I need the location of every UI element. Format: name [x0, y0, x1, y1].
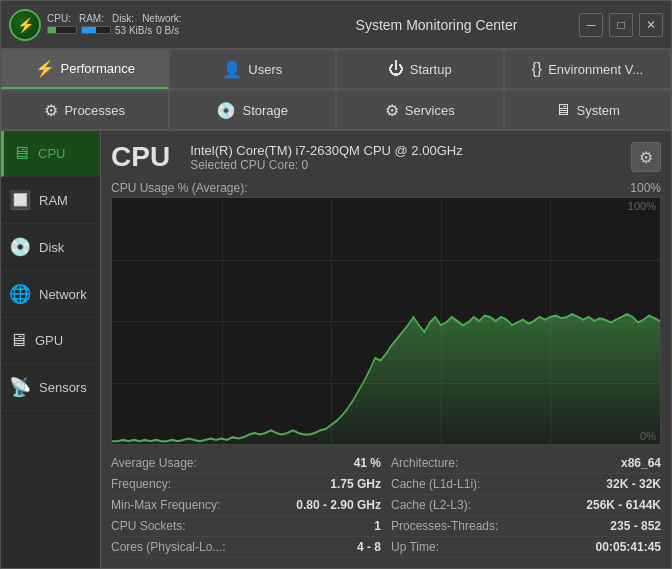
users-icon: 👤 — [222, 60, 242, 79]
stat-cores: Cores (Physical-Lo...: 4 - 8 — [111, 537, 381, 558]
arch-value: x86_64 — [621, 456, 661, 470]
cpu-chart: 100% 0% — [111, 197, 661, 445]
environment-label: Environment V... — [548, 62, 643, 77]
sidebar-item-gpu[interactable]: 🖥 GPU — [1, 318, 100, 364]
stats-grid: Average Usage: 41 % Frequency: 1.75 GHz … — [111, 453, 661, 558]
mini-bars: 53 KiB/s 0 B/s — [47, 26, 182, 36]
stat-sockets: CPU Sockets: 1 — [111, 516, 381, 537]
titlebar: ⚡ CPU: RAM: Disk: Network: 53 KiB/s — [1, 1, 671, 49]
processes-label: Processes — [64, 103, 125, 118]
close-button[interactable]: ✕ — [639, 13, 663, 37]
gpu-sidebar-label: GPU — [35, 333, 63, 348]
bottom-nav: ⚙ Processes 💿 Storage ⚙ Services 🖥 Syste… — [1, 90, 671, 131]
nav-startup[interactable]: ⏻ Startup — [336, 49, 504, 89]
mini-stats-labels: CPU: RAM: Disk: Network: — [47, 13, 182, 24]
ram-bar — [81, 26, 111, 34]
gpu-sidebar-icon: 🖥 — [9, 330, 27, 351]
network-label: Network: — [142, 13, 181, 24]
sensors-sidebar-icon: 📡 — [9, 376, 31, 398]
ram-label: RAM: — [79, 13, 104, 24]
processes-icon: ⚙ — [44, 101, 58, 120]
disk-label: Disk: — [112, 13, 134, 24]
chart-100-label: 100% — [628, 200, 656, 212]
network-sidebar-icon: 🌐 — [9, 283, 31, 305]
cpu-core: Selected CPU Core: 0 — [190, 158, 631, 172]
nav-storage[interactable]: 💿 Storage — [169, 90, 337, 130]
sidebar-item-sensors[interactable]: 📡 Sensors — [1, 364, 100, 411]
startup-icon: ⏻ — [388, 60, 404, 78]
performance-icon: ⚡ — [35, 59, 55, 78]
stat-uptime: Up Time: 00:05:41:45 — [391, 537, 661, 558]
services-icon: ⚙ — [385, 101, 399, 120]
sidebar: 🖥 CPU 🔲 RAM 💿 Disk 🌐 Network 🖥 GPU 📡 — [1, 131, 101, 568]
mini-stats: CPU: RAM: Disk: Network: 53 KiB/s 0 B/s — [47, 13, 182, 36]
sidebar-item-disk[interactable]: 💿 Disk — [1, 224, 100, 271]
environment-icon: {} — [531, 60, 542, 78]
frequency-value: 1.75 GHz — [330, 477, 381, 491]
performance-label: Performance — [61, 61, 135, 76]
disk-value: 53 KiB/s — [115, 26, 152, 36]
cpu-label: CPU: — [47, 13, 71, 24]
proc-threads-label: Processes-Threads: — [391, 519, 498, 533]
stat-arch: Architecture: x86_64 — [391, 453, 661, 474]
nav-services[interactable]: ⚙ Services — [336, 90, 504, 130]
cpu-sidebar-icon: 🖥 — [12, 143, 30, 164]
ram-sidebar-icon: 🔲 — [9, 189, 31, 211]
frequency-label: Frequency: — [111, 477, 171, 491]
uptime-label: Up Time: — [391, 540, 439, 554]
chart-max-label: 100% — [630, 181, 661, 195]
sidebar-item-network[interactable]: 🌐 Network — [1, 271, 100, 318]
services-label: Services — [405, 103, 455, 118]
titlebar-left: ⚡ CPU: RAM: Disk: Network: 53 KiB/s — [9, 9, 294, 41]
nav-processes[interactable]: ⚙ Processes — [1, 90, 169, 130]
cpu-info: Intel(R) Core(TM) i7-2630QM CPU @ 2.00GH… — [190, 143, 631, 172]
cache-l1-label: Cache (L1d-L1i): — [391, 477, 480, 491]
stat-avg-usage: Average Usage: 41 % — [111, 453, 381, 474]
chart-header: CPU Usage % (Average): 100% — [111, 181, 661, 195]
window-title: System Monitoring Center — [294, 17, 579, 33]
arch-label: Architecture: — [391, 456, 458, 470]
cache-l2-l3-label: Cache (L2-L3): — [391, 498, 471, 512]
nav-users[interactable]: 👤 Users — [169, 49, 337, 89]
top-nav: ⚡ Performance 👤 Users ⏻ Startup {} Envir… — [1, 49, 671, 90]
cores-label: Cores (Physical-Lo...: — [111, 540, 226, 554]
main-window: ⚡ CPU: RAM: Disk: Network: 53 KiB/s — [0, 0, 672, 569]
app-icon: ⚡ — [9, 9, 41, 41]
ram-sidebar-label: RAM — [39, 193, 68, 208]
nav-performance[interactable]: ⚡ Performance — [1, 49, 169, 89]
disk-sidebar-icon: 💿 — [9, 236, 31, 258]
disk-sidebar-label: Disk — [39, 240, 64, 255]
stats-left: Average Usage: 41 % Frequency: 1.75 GHz … — [111, 453, 381, 558]
content-area: 🖥 CPU 🔲 RAM 💿 Disk 🌐 Network 🖥 GPU 📡 — [1, 131, 671, 568]
storage-icon: 💿 — [216, 101, 236, 120]
avg-usage-value: 41 % — [354, 456, 381, 470]
network-sidebar-label: Network — [39, 287, 87, 302]
cache-l2-l3-value: 256K - 6144K — [586, 498, 661, 512]
nav-system[interactable]: 🖥 System — [504, 90, 672, 130]
chart-label: CPU Usage % (Average): — [111, 181, 248, 195]
stat-proc-threads: Processes-Threads: 235 - 852 — [391, 516, 661, 537]
uptime-value: 00:05:41:45 — [596, 540, 661, 554]
maximize-button[interactable]: □ — [609, 13, 633, 37]
stat-cache-l2-l3: Cache (L2-L3): 256K - 6144K — [391, 495, 661, 516]
stat-min-max-freq: Min-Max Frequency: 0.80 - 2.90 GHz — [111, 495, 381, 516]
sockets-label: CPU Sockets: — [111, 519, 186, 533]
chart-0-label: 0% — [640, 430, 656, 442]
cache-l1-value: 32K - 32K — [606, 477, 661, 491]
sensors-sidebar-label: Sensors — [39, 380, 87, 395]
settings-button[interactable]: ⚙ — [631, 142, 661, 172]
cores-value: 4 - 8 — [357, 540, 381, 554]
stat-cache-l1: Cache (L1d-L1i): 32K - 32K — [391, 474, 661, 495]
min-max-freq-label: Min-Max Frequency: — [111, 498, 220, 512]
minimize-button[interactable]: ─ — [579, 13, 603, 37]
cpu-model: Intel(R) Core(TM) i7-2630QM CPU @ 2.00GH… — [190, 143, 631, 158]
stat-frequency: Frequency: 1.75 GHz — [111, 474, 381, 495]
cpu-header: CPU Intel(R) Core(TM) i7-2630QM CPU @ 2.… — [111, 141, 661, 173]
window-controls: ─ □ ✕ — [579, 13, 663, 37]
system-label: System — [577, 103, 620, 118]
nav-environment[interactable]: {} Environment V... — [504, 49, 672, 89]
cpu-sidebar-label: CPU — [38, 146, 65, 161]
network-value: 0 B/s — [156, 26, 179, 36]
sidebar-item-cpu[interactable]: 🖥 CPU — [1, 131, 100, 177]
sidebar-item-ram[interactable]: 🔲 RAM — [1, 177, 100, 224]
